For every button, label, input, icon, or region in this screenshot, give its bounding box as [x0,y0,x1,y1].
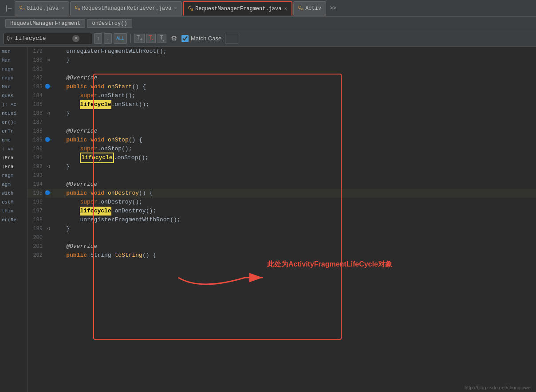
code-line-192: } [52,162,536,171]
tab-glide-icon: Ca [20,5,25,12]
search-extra-control[interactable] [225,34,238,43]
code-line-202: public String toString() { [52,251,536,260]
sidebar-item-ques[interactable]: ques [0,91,27,100]
code-line-201: @Override [52,242,536,251]
search-wrapper[interactable]: Q▾ × [4,33,92,44]
code-line-184: super.onStart(); [52,91,536,100]
sidebar-item-ertr[interactable]: erTr [0,127,27,136]
tab-activity-icon: Ca [298,5,303,12]
sidebar-item-estm[interactable]: estM [0,198,27,207]
sidebar-item-er[interactable]: er(): [0,118,27,127]
sidebar: men Man ragn ragn Man ques ): Ac ntUsi e… [0,47,28,392]
gutter-area: ◁ 🔵↑ ◁ 🔵↑ ◁ [45,47,51,260]
sidebar-item-vo[interactable]: : vo [0,145,27,153]
code-line-196: super.onDestroy(); [52,198,536,207]
code-line-199: } [52,224,536,233]
sidebar-item-agm[interactable]: agm [0,180,27,189]
code-line-194: @Override [52,180,536,189]
sidebar-item-ragm[interactable]: ragm [0,171,27,180]
sidebar-item-thin[interactable]: tHin [0,207,27,216]
sidebar-item-ntusi[interactable]: ntUsi [0,109,27,118]
breadcrumb-class[interactable]: RequestManagerFragment [5,19,85,28]
tab-scroll-left[interactable]: |← [2,5,15,12]
sidebar-item-ragn1[interactable]: ragn [0,65,27,74]
code-line-182: @Override [52,74,536,82]
search-format-btn-2[interactable]: T- [146,34,156,43]
breadcrumb-method[interactable]: onDestroy() [87,19,132,28]
code-line-188: @Override [52,127,536,136]
sidebar-item-with[interactable]: With [0,189,27,198]
search-separator [130,34,131,43]
search-bar: Q▾ × ↑ ↓ ALL T+ T- T, ⚙ Match Case [0,30,536,47]
code-line-190: super.onStop(); [52,145,536,153]
search-next-button[interactable]: ↓ [104,33,112,44]
tabs-bar: |← Ca Glide.java × Ca RequestManagerRetr… [0,0,536,17]
match-case-text: Match Case [191,35,221,42]
code-line-193 [52,171,536,180]
tab-glide-label: Glide.java [27,5,59,12]
match-197: lifecycle [80,207,111,216]
tab-retriever-close[interactable]: × [174,6,177,11]
gutter-bookmark-183: 🔵↑ [45,82,51,91]
sidebar-item-fra1[interactable]: ↑Fra [0,153,27,162]
gutter-bookmark-189: 🔵↑ [45,136,51,145]
search-icon: Q▾ [7,35,13,42]
tab-fragment-close[interactable]: × [284,6,287,12]
gutter-arrow-186: ◁ [45,109,51,118]
search-prev-button[interactable]: ↑ [94,33,102,44]
tab-retriever[interactable]: Ca RequestManagerRetriever.java × [70,1,182,16]
code-line-198: unregisterFragmentWithRoot(); [52,216,536,224]
sidebar-item-ragn2[interactable]: ragn [0,74,27,82]
sidebar-item-fra2[interactable]: ↑Fra [0,162,27,171]
gutter-arrow-180: ◁ [45,56,51,65]
code-line-187 [52,118,536,127]
tab-retriever-icon: Ca [75,5,80,12]
tab-more[interactable]: >> [327,5,339,12]
line-numbers: 179 180 181 182 183 184 185 186 187 188 … [28,47,45,260]
code-line-185: lifecycle.onStart(); [52,100,536,109]
breadcrumb-bar: RequestManagerFragment onDestroy() [0,17,536,30]
code-line-186: } [52,109,536,118]
gutter-arrow-192: ◁ [45,162,51,171]
tab-fragment-icon: Ca [188,5,193,12]
sidebar-item-ac[interactable]: ): Ac [0,100,27,109]
sidebar-item-man[interactable]: Man [0,56,27,65]
tab-glide[interactable]: Ca Glide.java × [15,1,69,16]
tab-retriever-label: RequestManagerRetriever.java [82,5,172,12]
search-options-button[interactable]: ⚙ [168,33,180,43]
code-line-200 [52,233,536,242]
match-191-current: lifecycle [80,153,114,163]
code-line-189: public void onStop() { [52,136,536,145]
tab-activity[interactable]: Ca Activ [293,1,326,16]
match-case-label: Match Case [181,35,221,42]
search-all-button[interactable]: ALL [114,33,127,44]
code-line-191: lifecycle.onStop(); [52,153,536,162]
match-case-checkbox[interactable] [181,35,189,42]
sidebar-item-erre[interactable]: er(Re [0,216,27,224]
search-clear-button[interactable]: × [72,35,79,42]
tab-activity-label: Activ [305,5,321,12]
sidebar-item-man2[interactable]: Man [0,82,27,91]
gutter-bookmark-195: 🔵↑ [45,189,51,198]
match-185: lifecycle [80,100,111,109]
search-format-btn-3[interactable]: T, [158,34,166,43]
code-line-179: unregisterFragmentWithRoot(); [52,47,536,56]
code-line-195: public void onDestroy() { [52,189,536,198]
annotation-text: 此处为ActivityFragmentLifeCycle对象 [267,260,392,269]
tab-glide-close[interactable]: × [61,6,64,11]
code-line-183: public void onStart() { [52,82,536,91]
code-area: 179 180 181 182 183 184 185 186 187 188 … [28,47,536,392]
code-line-181 [52,65,536,74]
bottom-link: http://blog.csdn.net/chunqiuwei [465,385,532,390]
code-line-197: lifecycle.onDestroy(); [52,207,536,216]
main-content: men Man ragn ragn Man ques ): Ac ntUsi e… [0,47,536,392]
search-format-btn-1[interactable]: T+ [134,34,145,43]
sidebar-item-gme[interactable]: gme [0,136,27,145]
tab-fragment-label: RequestManagerFragment.java [195,6,281,12]
code-lines-container: unregisterFragmentWithRoot(); } @Overrid… [52,47,536,392]
gutter-arrow-199: ◁ [45,224,51,233]
search-input[interactable] [15,35,72,42]
code-line-180: } [52,56,536,65]
tab-fragment[interactable]: Ca RequestManagerFragment.java × [183,1,292,16]
sidebar-item-men[interactable]: men [0,47,27,56]
